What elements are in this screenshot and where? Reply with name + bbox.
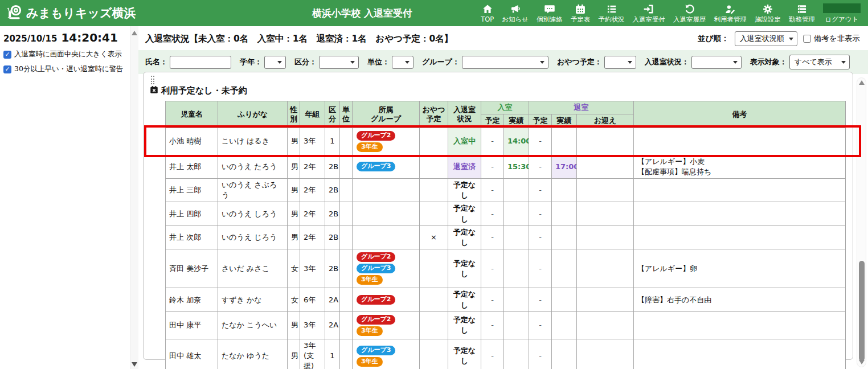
cell-enter-plan: - <box>481 288 504 311</box>
nav-item-attendance[interactable]: 勤務管理 <box>785 1 819 25</box>
roster-panel: 利用予定なし・未予約 児童名 ふりがな 性 別 年組 区 分 <box>143 72 853 360</box>
hide-remarks-checkbox[interactable] <box>803 35 811 43</box>
cell-kubun: 2A <box>325 288 340 311</box>
unit-filter-select[interactable] <box>392 56 413 69</box>
panel-scroll-down-arrow-icon[interactable] <box>859 360 865 364</box>
cell-grade: 6年 <box>300 288 325 311</box>
grade-filter-select[interactable] <box>264 56 286 69</box>
unit-filter: 単位： <box>367 56 413 69</box>
roster-row[interactable]: 井上 四郎いのうえ しろう男2年2B予定なし-- <box>166 202 846 226</box>
sidebar-option: ✓入退室時に画面中央に大きく表示 <box>3 50 129 59</box>
nav-item-label: ログアウト <box>825 16 859 24</box>
roster-row[interactable]: 井上 次郎いのうえ じろう男2年2B×予定なし-- <box>166 226 846 249</box>
cell-groups: グループ2グループ33年生 <box>353 249 420 288</box>
main-toolbar: 入退室状況【未入室：0名 入室中：1名 退室済：1名 おやつ予定：0名】 並び順… <box>138 26 868 50</box>
logout-block <box>823 3 861 13</box>
cell-exit-actual <box>552 249 577 288</box>
roster-row[interactable]: 井上 三郎いのうえ さぶろう男2年2B予定なし-- <box>166 179 846 202</box>
col-header-kana: ふりがな <box>218 101 288 128</box>
name-filter-input[interactable] <box>170 56 231 69</box>
cell-grade: 2年 <box>300 202 325 226</box>
cell-groups: グループ3 <box>353 155 420 178</box>
main-nav: TOPお知らせ個別連絡予定表予約状況入退室受付入退室履歴利用者管理施設設定勤務管… <box>477 1 865 25</box>
nav-item-news[interactable]: お知らせ <box>498 1 533 25</box>
roster-row[interactable]: 井上 太郎いのうえ たろう男2年2Bグループ3退室済-15:30-17:00【ア… <box>166 155 846 178</box>
current-date: 2025/10/15 <box>3 34 57 44</box>
panel-scrollbar[interactable] <box>857 77 866 367</box>
col-header-gender: 性 別 <box>288 101 300 128</box>
cell-student-name: 井上 次郎 <box>166 226 218 249</box>
page-scrollbar[interactable] <box>130 26 138 369</box>
cell-exit-actual <box>552 226 577 249</box>
chevron-down-icon <box>405 61 410 64</box>
col-header-enter: 入室 <box>481 101 529 114</box>
cell-unit <box>340 179 353 202</box>
name-filter: 氏名： <box>145 56 231 69</box>
nav-item-history[interactable]: 入退室履歴 <box>669 1 710 25</box>
sidebar-option: ✓30分以上早い・遅い退室時に警告 <box>3 64 129 74</box>
target-filter-select[interactable]: すべて表示 <box>789 55 850 69</box>
col-header-group: 所属 グループ <box>353 101 420 128</box>
group-badge: グループ2 <box>357 252 395 262</box>
nav-item-settings[interactable]: 施設設定 <box>751 1 785 25</box>
nav-item-reservations[interactable]: 予約状況 <box>595 1 629 25</box>
cell-gender: 女 <box>288 249 300 288</box>
cell-status: 予定なし <box>448 202 481 226</box>
nav-item-label: 個別連絡 <box>537 16 563 24</box>
scroll-down-arrow-icon[interactable] <box>132 362 137 367</box>
status-filter-select[interactable] <box>691 56 742 69</box>
target-filter-label: 表示対象： <box>750 57 787 67</box>
sort-order-select[interactable]: 入退室状況順 <box>735 31 797 46</box>
kubun-filter-select[interactable] <box>319 56 359 69</box>
cell-status: 予定なし <box>448 249 481 288</box>
cell-pickup <box>577 128 634 155</box>
cell-snack <box>420 288 448 311</box>
nav-item-schedule[interactable]: 予定表 <box>567 1 595 25</box>
nav-item-contact[interactable]: 個別連絡 <box>533 1 567 25</box>
panel-scroll-up-arrow-icon[interactable] <box>859 80 865 85</box>
cell-student-name: 田中 雄太 <box>166 339 218 369</box>
panel-scrollbar-thumb[interactable] <box>859 261 865 361</box>
cell-student-name: 斉田 美沙子 <box>166 249 218 288</box>
cell-pickup <box>577 155 634 178</box>
cell-pickup <box>577 249 634 288</box>
cell-gender: 男 <box>288 128 300 155</box>
snack-filter-select[interactable] <box>604 56 636 69</box>
roster-row[interactable]: 鈴木 加奈すずき かな女6年2Aグループ2予定なし--【障害】右手の不自由 <box>166 288 846 311</box>
roster-row[interactable]: 小池 晴樹こいけ はるき男3年1グループ23年生入室中-14:00- <box>166 128 846 155</box>
cell-student-kana: いのうえ さぶろう <box>218 179 288 202</box>
nav-item-top[interactable]: TOP <box>477 1 498 25</box>
group-filter-select[interactable] <box>462 56 548 69</box>
roster-row[interactable]: 田中 康平たなか こうへい男3年2Aグループ23年生予定なし-- <box>166 311 846 339</box>
sort-area: 並び順： 入退室状況順 備考を非表示 <box>698 31 860 46</box>
roster-row[interactable]: 田中 雄太たなか ゆうた男3年 (支援)1グループ33年生予定なし-- <box>166 339 846 369</box>
bars-icon <box>796 3 808 15</box>
cell-enter-plan: - <box>481 311 504 339</box>
nav-item-reception[interactable]: 入退室受付 <box>629 1 670 25</box>
cell-exit-plan: - <box>529 339 552 369</box>
app-logo[interactable]: みまもりキッズ横浜 <box>6 3 136 23</box>
cell-student-name: 田中 康平 <box>166 311 218 339</box>
sidebar-option-checkbox-0[interactable]: ✓ <box>3 51 11 59</box>
cell-snack: × <box>420 226 448 249</box>
cell-unit <box>340 128 353 155</box>
cell-student-kana: すずき かな <box>218 288 288 311</box>
cell-exit-plan: - <box>529 202 552 226</box>
filter-bar: 氏名：学年：区分：単位：グループ：おやつ予定：入退室状況：表示対象：すべて表示 <box>138 50 868 74</box>
nav-item-users[interactable]: 利用者管理 <box>710 1 751 25</box>
status-summary: 入退室状況【未入室：0名 入室中：1名 退室済：1名 おやつ予定：0名】 <box>145 33 453 45</box>
nav-item-logout[interactable]: ログアウト <box>819 1 865 25</box>
cell-grade: 2年 <box>300 226 325 249</box>
drag-handle[interactable] <box>151 76 154 84</box>
col-header-remarks: 備考 <box>634 101 846 128</box>
snack-filter-label: おやつ予定： <box>557 57 602 67</box>
nav-item-label: 勤務管理 <box>789 16 815 24</box>
scroll-up-arrow-icon[interactable] <box>132 31 137 35</box>
cell-enter-actual <box>504 249 529 288</box>
col-header-exit-plan: 予定 <box>529 114 552 128</box>
cell-unit <box>340 311 353 339</box>
sidebar-option-checkbox-1[interactable]: ✓ <box>3 65 11 73</box>
roster-row[interactable]: 斉田 美沙子さいだ みさこ女3年2Bグループ2グループ33年生予定なし--【アレ… <box>166 249 846 288</box>
nav-item-label: お知らせ <box>502 16 529 24</box>
col-header-unit: 単 位 <box>340 101 353 128</box>
